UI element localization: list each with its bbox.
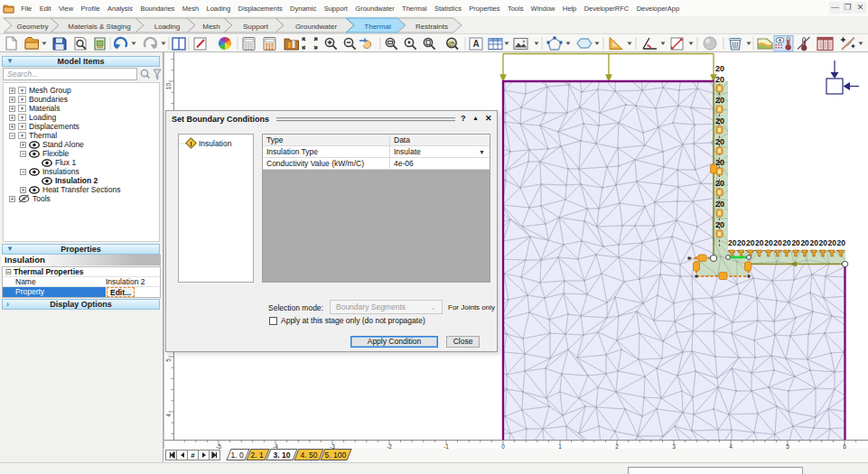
svg-text:20: 20 <box>755 238 764 247</box>
svg-text:20: 20 <box>715 96 724 105</box>
svg-text:4: 4 <box>165 414 172 417</box>
svg-text:20: 20 <box>715 64 724 73</box>
svg-text:20: 20 <box>782 238 791 247</box>
svg-text:10: 10 <box>165 83 172 90</box>
svg-text:A: A <box>472 39 479 49</box>
svg-text:Loading: Loading <box>154 23 180 31</box>
svg-text:20: 20 <box>791 238 800 247</box>
svg-text:20: 20 <box>715 116 724 125</box>
svg-text:20: 20 <box>715 179 724 188</box>
svg-text:Geometry: Geometry <box>16 23 48 31</box>
svg-text:20: 20 <box>715 220 724 229</box>
svg-text:20: 20 <box>764 238 773 247</box>
svg-text:Insulation: Insulation <box>199 139 232 148</box>
svg-text:20: 20 <box>810 238 819 247</box>
svg-text:20: 20 <box>715 75 724 84</box>
svg-text:Materials & Staging: Materials & Staging <box>68 23 130 31</box>
svg-text:20: 20 <box>737 238 746 247</box>
svg-text:@: @ <box>448 40 455 48</box>
svg-text:Thermal: Thermal <box>364 23 391 31</box>
svg-text:20: 20 <box>728 238 737 247</box>
svg-text:Restraints: Restraints <box>415 23 448 31</box>
svg-text:Mesh: Mesh <box>202 23 220 31</box>
svg-text:20: 20 <box>800 238 809 247</box>
svg-text:20: 20 <box>746 238 755 247</box>
svg-text:20: 20 <box>837 238 846 247</box>
svg-text:Groundwater: Groundwater <box>295 23 338 31</box>
svg-text:I: I <box>191 141 192 147</box>
svg-text:5: 5 <box>165 358 172 362</box>
svg-text:20: 20 <box>828 238 837 247</box>
svg-text:20: 20 <box>819 238 828 247</box>
svg-text:Support: Support <box>243 23 269 31</box>
svg-text:20: 20 <box>715 137 724 146</box>
svg-text:20: 20 <box>715 200 724 209</box>
svg-text:20: 20 <box>773 238 782 247</box>
